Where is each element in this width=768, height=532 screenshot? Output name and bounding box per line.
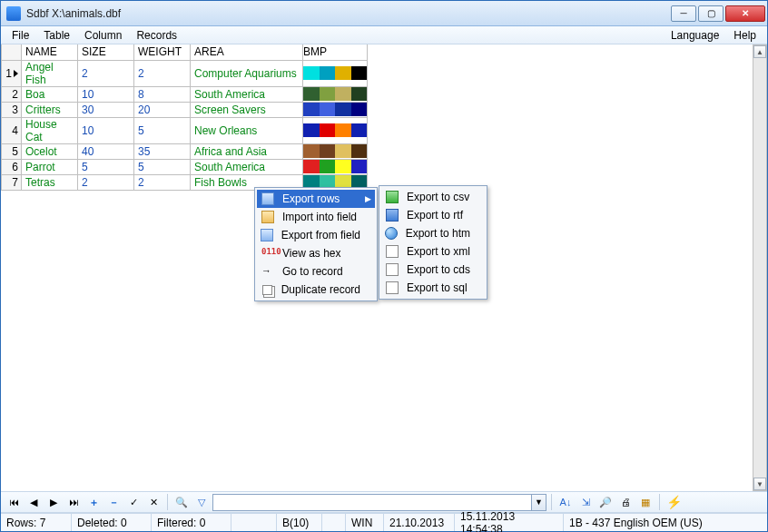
first-record-button[interactable]: ⏮ bbox=[5, 493, 23, 511]
cell-size[interactable]: 30 bbox=[78, 102, 134, 117]
cell-weight[interactable]: 35 bbox=[134, 143, 191, 159]
cell-weight[interactable]: 2 bbox=[134, 60, 191, 86]
cancel-edit-button[interactable]: ✕ bbox=[144, 493, 162, 511]
cell-weight[interactable]: 2 bbox=[134, 174, 191, 190]
table-row[interactable]: 2 Boa 10 8 South America bbox=[2, 86, 368, 102]
table-row[interactable]: 4 House Cat 10 5 New Orleans bbox=[2, 117, 368, 143]
row-header[interactable]: 3 bbox=[2, 102, 22, 117]
status-codepage: 1B - 437 English OEM (US) bbox=[564, 514, 767, 531]
ctx-item-export to rtf[interactable]: Export to rtf bbox=[381, 206, 485, 224]
filter-combo-dropdown[interactable]: ▼ bbox=[531, 495, 546, 510]
row-header[interactable]: 6 bbox=[2, 159, 22, 174]
status-date: 21.10.2013 bbox=[384, 514, 455, 531]
row-header[interactable]: 1 bbox=[2, 60, 22, 86]
ctx-item-view as hex[interactable]: 0110 View as hex bbox=[257, 244, 375, 262]
menu-column[interactable]: Column bbox=[77, 27, 129, 44]
export-icon bbox=[259, 228, 276, 242]
print-button[interactable]: 🖨 bbox=[616, 493, 635, 511]
close-button[interactable]: ✕ bbox=[725, 5, 765, 22]
cell-name[interactable]: Critters bbox=[22, 102, 78, 117]
execute-button[interactable]: ⚡ bbox=[665, 493, 683, 511]
minimize-button[interactable]: ─ bbox=[671, 5, 696, 22]
column-header-weight[interactable]: WEIGHT bbox=[134, 44, 191, 60]
table-row[interactable]: 5 Ocelot 40 35 Africa and Asia bbox=[2, 143, 368, 159]
cell-area[interactable]: Screen Savers bbox=[191, 102, 303, 117]
sql-icon bbox=[383, 281, 401, 295]
ctx-item-export to htm[interactable]: Export to htm bbox=[381, 224, 485, 242]
row-header[interactable]: 2 bbox=[2, 86, 22, 102]
delete-record-button[interactable]: － bbox=[104, 493, 123, 511]
row-header[interactable]: 5 bbox=[2, 143, 22, 159]
cell-size[interactable]: 10 bbox=[78, 86, 134, 102]
ctx-item-duplicate record[interactable]: Duplicate record bbox=[257, 281, 375, 299]
cell-size[interactable]: 2 bbox=[78, 174, 134, 190]
maximize-button[interactable]: ▢ bbox=[698, 5, 724, 22]
filter-button[interactable]: ▽ bbox=[192, 493, 211, 511]
ctx-item-import into field[interactable]: Import into field bbox=[257, 208, 375, 226]
export-button[interactable]: ⇲ bbox=[576, 493, 595, 511]
cell-weight[interactable]: 5 bbox=[134, 159, 191, 174]
column-header-name[interactable]: NAME bbox=[22, 44, 78, 60]
ctx-item-export from field[interactable]: Export from field bbox=[257, 226, 375, 244]
menu-help[interactable]: Help bbox=[726, 27, 763, 44]
next-record-button[interactable]: ▶ bbox=[44, 493, 63, 511]
cell-bmp[interactable] bbox=[303, 117, 368, 143]
ctx-item-export rows[interactable]: Export rows ▶ bbox=[257, 190, 375, 208]
ctx-item-go to record[interactable]: → Go to record bbox=[257, 262, 375, 281]
status-datetime: 15.11.2013 14:54:38 bbox=[455, 514, 564, 531]
ctx-item-export to csv[interactable]: Export to csv bbox=[381, 188, 485, 206]
insert-record-button[interactable]: ＋ bbox=[84, 493, 103, 511]
cell-area[interactable]: Africa and Asia bbox=[191, 143, 303, 159]
cell-size[interactable]: 10 bbox=[78, 117, 134, 143]
cell-weight[interactable]: 8 bbox=[134, 86, 191, 102]
table-row[interactable]: 6 Parrot 5 5 South America bbox=[2, 159, 368, 174]
cell-weight[interactable]: 5 bbox=[134, 117, 191, 143]
scroll-up-button[interactable]: ▲ bbox=[753, 45, 766, 58]
cell-size[interactable]: 40 bbox=[78, 143, 134, 159]
column-header-bmp[interactable]: BMP bbox=[303, 44, 368, 60]
last-record-button[interactable]: ⏭ bbox=[64, 493, 83, 511]
sort-asc-button[interactable]: A↓ bbox=[556, 493, 575, 511]
cell-bmp[interactable] bbox=[303, 143, 368, 159]
column-header-area[interactable]: AREA bbox=[191, 44, 303, 60]
cell-name[interactable]: Boa bbox=[22, 86, 78, 102]
ctx-item-export to xml[interactable]: Export to xml bbox=[381, 242, 485, 261]
cell-bmp[interactable] bbox=[303, 102, 368, 117]
cell-area[interactable]: South America bbox=[191, 159, 303, 174]
cell-area[interactable]: South America bbox=[191, 86, 303, 102]
cell-area[interactable]: New Orleans bbox=[191, 117, 303, 143]
table-row[interactable]: 1 Angel Fish 2 2 Computer Aquariums bbox=[2, 60, 368, 86]
prev-record-button[interactable]: ◀ bbox=[25, 493, 43, 511]
column-header-size[interactable]: SIZE bbox=[78, 44, 134, 60]
row-header[interactable]: 7 bbox=[2, 174, 22, 190]
cell-size[interactable]: 2 bbox=[78, 60, 134, 86]
menu-table[interactable]: Table bbox=[36, 27, 77, 44]
scroll-down-button[interactable]: ▼ bbox=[753, 478, 766, 490]
table-row[interactable]: 3 Critters 30 20 Screen Savers bbox=[2, 102, 368, 117]
post-edit-button[interactable]: ✓ bbox=[124, 493, 143, 511]
find-button[interactable]: 🔍 bbox=[172, 493, 191, 511]
vertical-scrollbar[interactable]: ▲ ▼ bbox=[753, 44, 767, 491]
menu-file[interactable]: File bbox=[5, 27, 36, 44]
cell-bmp[interactable] bbox=[303, 86, 368, 102]
ctx-item-export to cds[interactable]: Export to cds bbox=[381, 261, 485, 279]
cell-name[interactable]: Tetras bbox=[22, 174, 78, 190]
filter-combo[interactable]: ▼ bbox=[212, 494, 546, 511]
cell-bmp[interactable] bbox=[303, 60, 368, 86]
ctx-item-export to sql[interactable]: Export to sql bbox=[381, 279, 485, 297]
cell-size[interactable]: 5 bbox=[78, 159, 134, 174]
preview-button[interactable]: 🔎 bbox=[596, 493, 615, 511]
menu-language[interactable]: Language bbox=[664, 27, 726, 44]
columns-button[interactable]: ▦ bbox=[636, 493, 655, 511]
cell-weight[interactable]: 20 bbox=[134, 102, 191, 117]
context-menu: Export rows ▶ Import into field Export f… bbox=[254, 187, 378, 301]
cell-name[interactable]: House Cat bbox=[22, 117, 78, 143]
cell-area[interactable]: Computer Aquariums bbox=[191, 60, 303, 86]
menu-records[interactable]: Records bbox=[129, 27, 184, 44]
row-header[interactable]: 4 bbox=[2, 117, 22, 143]
cell-bmp[interactable] bbox=[303, 159, 368, 174]
cell-name[interactable]: Angel Fish bbox=[22, 60, 78, 86]
cell-name[interactable]: Ocelot bbox=[22, 143, 78, 159]
data-grid[interactable]: NAMESIZEWEIGHTAREABMP 1 Angel Fish 2 2 C… bbox=[1, 44, 753, 491]
cell-name[interactable]: Parrot bbox=[22, 159, 78, 174]
